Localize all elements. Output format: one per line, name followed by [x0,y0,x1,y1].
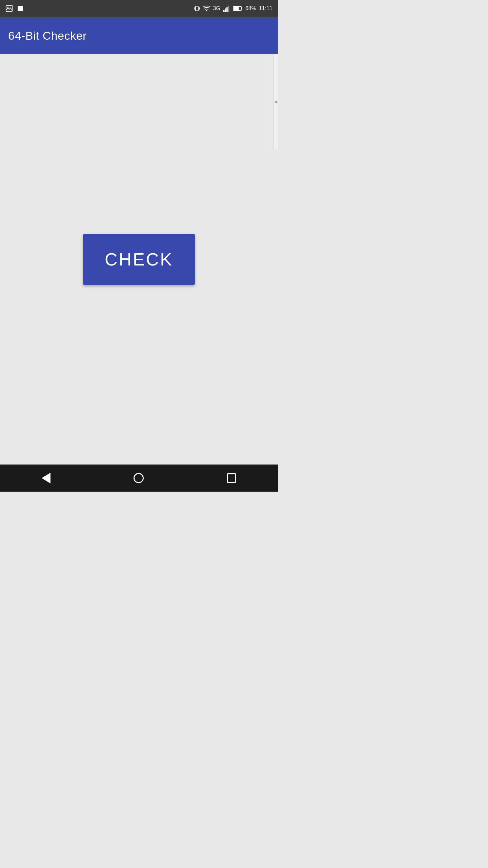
battery-percent: 68% [245,5,256,12]
svg-rect-2 [18,6,23,11]
svg-rect-9 [226,7,228,12]
svg-rect-13 [233,7,239,10]
home-icon [134,473,144,483]
network-label: 3G [213,5,220,12]
svg-rect-10 [228,6,229,12]
app-bar: 64-Bit Checker [0,17,278,54]
svg-rect-12 [241,7,242,9]
status-bar-left [5,5,24,12]
app-title: 64-Bit Checker [8,29,87,42]
wifi-icon [203,5,210,12]
svg-rect-8 [225,8,226,12]
image-icon [5,5,13,12]
time-display: 11:11 [259,5,272,12]
svg-rect-3 [195,6,198,11]
back-icon [42,473,50,484]
scrollbar[interactable]: ◀ [273,54,278,149]
nav-bar [0,465,278,492]
battery-icon [233,6,243,11]
vibrate-icon [194,5,200,12]
check-button[interactable]: CHECK [83,234,195,285]
svg-point-6 [206,10,207,12]
stop-icon [17,5,24,12]
recents-button[interactable] [223,470,240,486]
svg-point-1 [7,7,9,8]
signal-icon [223,5,230,12]
scroll-arrow: ◀ [274,99,277,104]
home-button[interactable] [130,470,147,487]
status-bar-right: 3G 68% 11:11 [194,5,272,12]
back-button[interactable] [38,469,54,487]
recents-icon [227,473,236,483]
status-bar: 3G 68% 11:11 [0,0,278,17]
main-content: CHECK ◀ [0,54,278,465]
svg-rect-7 [223,10,225,12]
